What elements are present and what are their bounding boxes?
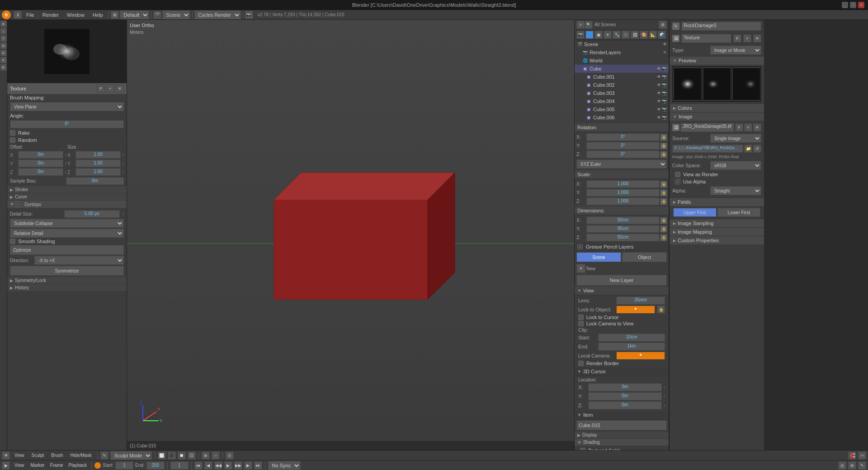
render-icon-1[interactable]: ⬜ [158,451,166,460]
local-camera-val[interactable]: ● [616,352,665,360]
lower-first-btn[interactable]: Lower First [717,208,761,217]
search-btn[interactable]: 🔍 [585,21,593,29]
toolbar-icon-2[interactable]: ↕ [0,28,7,34]
cursor-z-val[interactable]: 0m [588,401,662,409]
end-frame-input[interactable] [146,461,165,470]
play-forward-btn[interactable]: ▶▶ [234,461,242,470]
lock-to-object-val[interactable]: ● [616,306,655,314]
color-space-select[interactable]: sRGB [710,161,761,170]
stroke-section-header[interactable]: ▶ Stroke [7,186,127,193]
outliner-item-renderlayers[interactable]: 📷 RenderLayers ✎ [575,48,669,56]
timeline-icon-3[interactable]: ✎ [858,461,866,470]
rot-x-val[interactable]: 0° [586,133,660,141]
upper-first-btn[interactable]: Upper First [673,208,717,217]
offset-z[interactable]: 0m [18,168,63,176]
sculpt-hide-btn[interactable]: Hide/Mask [67,451,94,460]
sample-bias-val[interactable]: 0m [66,177,124,185]
offset-x[interactable]: 0m [18,151,63,159]
lock-to-object-btn[interactable]: 🔒 [657,306,665,314]
outliner-item-scene[interactable]: 🎬 Scene 👁 [575,40,669,48]
timeline-playback-btn[interactable]: Playback [67,461,89,470]
snap-icon[interactable]: 🧲 [848,451,856,460]
cursor3d-section-header[interactable]: ▼ 3D Cursor [575,367,669,376]
prop-icon-8[interactable]: 🎨 [640,31,648,39]
custom-properties-header[interactable]: ▶ Custom Properties [670,236,764,244]
display-section-header[interactable]: ▶ Display [575,432,669,438]
scale-z-val[interactable]: 1.000 [586,197,660,205]
img-plus-btn[interactable]: + [744,123,752,132]
detail-size-val[interactable]: 5.00 px [64,210,120,218]
outliner-item-world[interactable]: 🌐 World [575,56,669,65]
tex-x-btn[interactable]: ✕ [753,34,761,42]
cube006-cam[interactable]: 📷 [662,115,667,120]
viewport[interactable]: User Ortho Meters X [127,20,574,450]
reload-file-btn[interactable]: ↺ [753,145,761,153]
rot-y-val[interactable]: 0° [586,142,660,150]
menu-file[interactable]: File [23,10,38,19]
view-btn[interactable]: V [576,21,585,29]
scale-y-val[interactable]: 1.000 [586,189,660,197]
sculpt-brush-btn[interactable]: Brush [48,451,66,460]
fields-section-header[interactable]: ▶ Fields [670,197,764,206]
timeline-icon-2[interactable]: ⊕ [848,461,856,470]
type-select[interactable]: Image or Movie [710,46,761,55]
dim-x-val[interactable]: 50cm [586,216,660,224]
cube006-eye[interactable]: 👁 [657,115,661,120]
cursor-y-val[interactable]: 0m [588,392,662,400]
scene-settings-btn[interactable]: ⚙ [659,21,667,29]
render-icon-4[interactable]: ⚀ [188,451,196,460]
view-as-render-checkbox[interactable] [675,172,680,177]
prop-icon-6[interactable]: ⬡ [622,31,630,39]
layout-select[interactable]: Default [120,10,149,19]
dim-y-val[interactable]: 95cm [586,225,660,233]
cube003-cam[interactable]: 📷 [662,91,667,95]
prop-icon-1[interactable]: 📷 [576,31,585,39]
symmetrize-btn[interactable]: Symmetrize [10,266,124,276]
info-icon[interactable]: ℹ [14,11,22,19]
outliner-item-cube[interactable]: ▣ Cube 👁 📷 [575,65,669,73]
offset-y[interactable]: 0m [18,160,63,167]
scale-x-lock[interactable]: 🔒 [660,181,667,188]
texture-f-btn[interactable]: F [97,85,105,93]
dim-z-val[interactable]: 50cm [586,234,660,241]
texture-plus-btn[interactable]: + [106,85,114,93]
cube001-eye[interactable]: 👁 [657,75,661,79]
outliner-item-cube003[interactable]: ▣ Cube.003 👁 📷 [575,89,669,97]
gp-scene-btn[interactable]: Scene [576,252,621,262]
dyntopo-checkbox[interactable] [16,202,21,207]
symmetry-section-header[interactable]: ▶ Symmetry/Lock [7,277,127,284]
outliner-item-cube001[interactable]: ▣ Cube.001 👁 📷 [575,73,669,81]
rot-z-val[interactable]: 0° [586,150,660,158]
render-icon-3[interactable]: 🔲 [178,451,186,460]
history-section-header[interactable]: ▶ History [7,284,127,291]
new-layer-btn[interactable]: New Layer [576,275,667,286]
sculpt-view-icon[interactable]: 👁 [2,451,10,460]
current-frame-input[interactable] [170,461,189,470]
maximize-button[interactable]: □ [850,2,856,8]
scene-eye-icon[interactable]: 👁 [663,42,667,47]
cube003-eye[interactable]: 👁 [657,91,661,95]
timeline-view-btn[interactable]: View [12,461,27,470]
timeline-marker-btn[interactable]: Marker [29,461,47,470]
colors-section-header[interactable]: ▶ Colors [670,103,764,112]
shading-section-header[interactable]: ▼ Shading [575,439,669,446]
timeline-icon[interactable]: ▶ [2,461,10,470]
scene-icon[interactable]: 🎬 [153,11,161,19]
cube002-eye[interactable]: 👁 [657,83,661,87]
tex-f-btn[interactable]: F [733,34,741,42]
angle-slider[interactable]: 0° [10,120,124,128]
lens-val[interactable]: 35mm [616,296,665,305]
render-icon-2[interactable]: ⬛ [168,451,176,460]
cube005-eye[interactable]: 👁 [657,107,661,112]
size-y[interactable]: 1.00 [75,160,121,167]
rot-z-lock[interactable]: 🔒 [660,151,667,158]
item-name-field[interactable] [576,420,667,430]
prop-icon-5[interactable]: 🔧 [613,31,621,39]
cursor-x-val[interactable]: 0m [588,383,662,391]
euler-mode-select[interactable]: XYZ Euler [576,160,667,169]
gp-section-header[interactable]: Grease Pencil Layers [575,243,669,251]
use-alpha-checkbox[interactable] [675,179,680,184]
prop-icon-4[interactable]: ☀ [604,31,612,39]
scene-select[interactable]: Scene [162,10,190,19]
source-select[interactable]: Single Image [710,134,761,143]
